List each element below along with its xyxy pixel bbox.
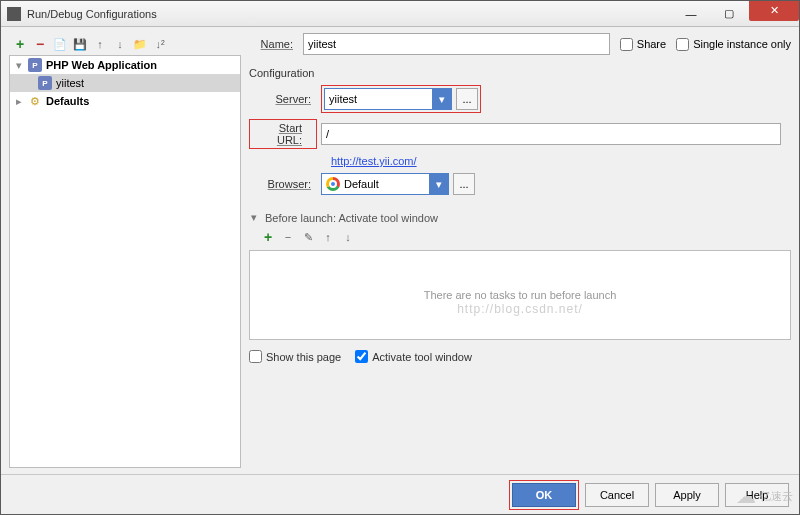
left-panel: + − 📄 💾 ↑ ↓ 📁 ↓² ▾ P PHP Web Application… bbox=[9, 33, 241, 468]
sort-icon[interactable]: ↓² bbox=[151, 35, 169, 53]
tasks-empty-text: There are no tasks to run before launch bbox=[424, 289, 617, 301]
browser-browse-button[interactable]: ... bbox=[453, 173, 475, 195]
tree-group-defaults[interactable]: ▸ ⚙ Defaults bbox=[10, 92, 240, 110]
cancel-button[interactable]: Cancel bbox=[585, 483, 649, 507]
options-row: Show this page Activate tool window bbox=[249, 350, 791, 363]
dialog-footer: OK Cancel Apply Help bbox=[1, 474, 799, 514]
tree-item-yiitest[interactable]: P yiitest bbox=[10, 74, 240, 92]
php-web-icon: P bbox=[28, 58, 42, 72]
collapse-icon[interactable]: ▾ bbox=[249, 211, 259, 224]
single-instance-checkbox[interactable]: Single instance only bbox=[676, 38, 791, 51]
chrome-icon bbox=[326, 177, 340, 191]
starturl-input[interactable] bbox=[321, 123, 781, 145]
expand-icon[interactable]: ▾ bbox=[14, 59, 24, 72]
save-config-icon[interactable]: 💾 bbox=[71, 35, 89, 53]
share-checkbox[interactable]: Share bbox=[620, 38, 666, 51]
dialog-window: Run/Debug Configurations — ▢ ✕ + − 📄 💾 ↑… bbox=[0, 0, 800, 515]
move-up-icon[interactable]: ↑ bbox=[91, 35, 109, 53]
browser-row: Browser: Default ▾ ... bbox=[249, 173, 791, 195]
apply-button[interactable]: Apply bbox=[655, 483, 719, 507]
php-item-icon: P bbox=[38, 76, 52, 90]
ok-button[interactable]: OK bbox=[512, 483, 576, 507]
titlebar: Run/Debug Configurations — ▢ ✕ bbox=[1, 1, 799, 27]
ok-highlight: OK bbox=[509, 480, 579, 510]
server-browse-button[interactable]: ... bbox=[456, 88, 478, 110]
before-launch-tasks[interactable]: There are no tasks to run before launch … bbox=[249, 250, 791, 340]
add-config-icon[interactable]: + bbox=[11, 35, 29, 53]
server-label: Server: bbox=[249, 93, 321, 105]
name-label: Name: bbox=[249, 38, 303, 50]
add-task-icon[interactable]: + bbox=[259, 228, 277, 246]
dialog-body: + − 📄 💾 ↑ ↓ 📁 ↓² ▾ P PHP Web Application… bbox=[1, 27, 799, 474]
app-icon bbox=[7, 7, 21, 21]
browser-label: Browser: bbox=[249, 178, 321, 190]
expand-icon[interactable]: ▸ bbox=[14, 95, 24, 108]
configuration-title: Configuration bbox=[249, 67, 791, 79]
server-combo[interactable]: yiitest ▾ bbox=[324, 88, 452, 110]
starturl-row: Start URL: bbox=[249, 119, 791, 149]
before-launch-header[interactable]: ▾ Before launch: Activate tool window bbox=[249, 211, 791, 224]
name-row: Name: Share Single instance only bbox=[249, 33, 791, 55]
starturl-label: Start URL: bbox=[254, 122, 312, 146]
server-row: Server: yiitest ▾ ... bbox=[249, 85, 791, 113]
before-launch-toolbar: + − ✎ ↑ ↓ bbox=[259, 228, 791, 246]
brand-watermark: ☁ 亿速云 bbox=[736, 484, 793, 508]
cloud-icon: ☁ bbox=[736, 484, 756, 508]
maximize-button[interactable]: ▢ bbox=[711, 4, 747, 24]
config-tree[interactable]: ▾ P PHP Web Application P yiitest ▸ ⚙ De… bbox=[9, 55, 241, 468]
move-down-icon[interactable]: ↓ bbox=[111, 35, 129, 53]
server-value: yiitest bbox=[324, 88, 432, 110]
edit-task-icon[interactable]: ✎ bbox=[299, 228, 317, 246]
tree-defaults-label: Defaults bbox=[46, 95, 89, 107]
starturl-highlight: Start URL: bbox=[249, 119, 317, 149]
folder-icon[interactable]: 📁 bbox=[131, 35, 149, 53]
task-down-icon[interactable]: ↓ bbox=[339, 228, 357, 246]
remove-task-icon[interactable]: − bbox=[279, 228, 297, 246]
activate-tool-checkbox[interactable]: Activate tool window bbox=[355, 350, 472, 363]
browser-value: Default bbox=[321, 173, 429, 195]
task-up-icon[interactable]: ↑ bbox=[319, 228, 337, 246]
remove-config-icon[interactable]: − bbox=[31, 35, 49, 53]
tree-group-php-web[interactable]: ▾ P PHP Web Application bbox=[10, 56, 240, 74]
starturl-link[interactable]: http://test.yii.com/ bbox=[331, 155, 791, 167]
watermark-text: http://blog.csdn.net/ bbox=[457, 302, 583, 316]
browser-combo[interactable]: Default ▾ bbox=[321, 173, 449, 195]
window-title: Run/Debug Configurations bbox=[27, 8, 671, 20]
chevron-down-icon[interactable]: ▾ bbox=[432, 88, 452, 110]
tree-group-label: PHP Web Application bbox=[46, 59, 157, 71]
right-panel: Name: Share Single instance only Configu… bbox=[249, 33, 791, 468]
show-page-checkbox[interactable]: Show this page bbox=[249, 350, 341, 363]
name-input[interactable] bbox=[303, 33, 610, 55]
config-toolbar: + − 📄 💾 ↑ ↓ 📁 ↓² bbox=[9, 33, 241, 55]
server-highlight: yiitest ▾ ... bbox=[321, 85, 481, 113]
chevron-down-icon[interactable]: ▾ bbox=[429, 173, 449, 195]
minimize-button[interactable]: — bbox=[673, 4, 709, 24]
gear-icon: ⚙ bbox=[28, 94, 42, 108]
close-button[interactable]: ✕ bbox=[749, 1, 799, 21]
copy-config-icon[interactable]: 📄 bbox=[51, 35, 69, 53]
before-launch-title: Before launch: Activate tool window bbox=[265, 212, 438, 224]
tree-item-label: yiitest bbox=[56, 77, 84, 89]
